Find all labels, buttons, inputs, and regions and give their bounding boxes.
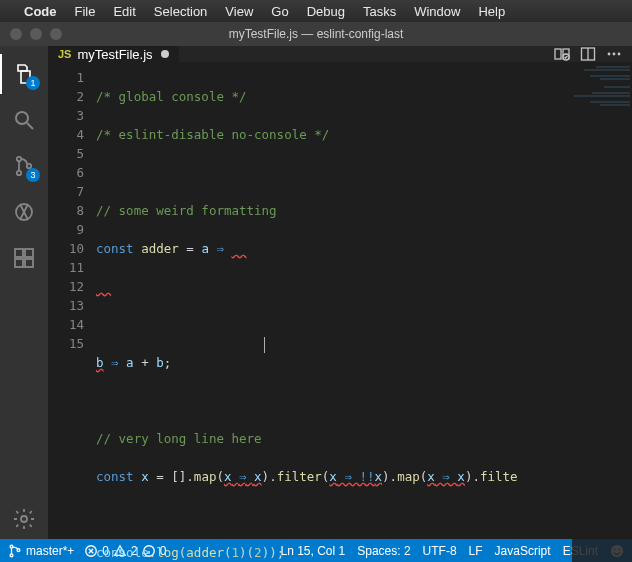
menu-go[interactable]: Go [263, 4, 296, 19]
activity-bar: 1 3 [0, 46, 48, 539]
tab-label: myTestFile.js [77, 47, 152, 62]
source-control-icon[interactable]: 3 [0, 146, 48, 186]
svg-point-16 [618, 53, 621, 56]
compare-changes-icon[interactable] [554, 46, 570, 62]
svg-point-0 [16, 112, 28, 124]
tab-mytestfile[interactable]: JS myTestFile.js [48, 46, 180, 62]
js-file-icon: JS [58, 48, 71, 60]
split-editor-icon[interactable] [580, 46, 596, 62]
explorer-badge: 1 [26, 76, 40, 90]
svg-point-1 [17, 157, 21, 161]
svg-point-9 [21, 516, 27, 522]
editor-actions [554, 46, 632, 62]
svg-point-14 [608, 53, 611, 56]
editor-group: JS myTestFile.js 123 456 789 101112 1314… [48, 46, 632, 539]
menu-selection[interactable]: Selection [146, 4, 215, 19]
minimap[interactable] [572, 62, 632, 562]
menu-window[interactable]: Window [406, 4, 468, 19]
window-titlebar: myTestFile.js — eslint-config-last [0, 22, 632, 46]
svg-point-15 [613, 53, 616, 56]
svg-rect-8 [25, 259, 33, 267]
menu-view[interactable]: View [217, 4, 261, 19]
scm-badge: 3 [26, 168, 40, 182]
more-actions-icon[interactable] [606, 46, 622, 62]
svg-rect-7 [15, 259, 23, 267]
workbench: 1 3 JS myTestFile.js [0, 46, 632, 539]
text-editor[interactable]: 123 456 789 101112 131415 /* global cons… [48, 62, 632, 562]
debug-icon[interactable] [0, 192, 48, 232]
dirty-indicator-icon [161, 50, 169, 58]
minimize-window-button[interactable] [30, 28, 42, 40]
settings-gear-icon[interactable] [0, 499, 48, 539]
menu-help[interactable]: Help [470, 4, 513, 19]
tab-bar: JS myTestFile.js [48, 46, 632, 62]
code-content[interactable]: /* global console */ /* eslint-disable n… [96, 62, 632, 562]
explorer-icon[interactable]: 1 [0, 54, 48, 94]
line-number-gutter: 123 456 789 101112 131415 [48, 62, 96, 562]
svg-rect-10 [555, 49, 561, 59]
menu-debug[interactable]: Debug [299, 4, 353, 19]
svg-point-17 [10, 545, 13, 548]
menu-edit[interactable]: Edit [105, 4, 143, 19]
extensions-icon[interactable] [0, 238, 48, 278]
menu-app[interactable]: Code [16, 4, 65, 19]
menu-tasks[interactable]: Tasks [355, 4, 404, 19]
menu-file[interactable]: File [67, 4, 104, 19]
svg-point-2 [17, 171, 21, 175]
svg-rect-5 [15, 249, 23, 257]
svg-point-18 [10, 553, 13, 556]
window-title: myTestFile.js — eslint-config-last [0, 27, 632, 41]
close-window-button[interactable] [10, 28, 22, 40]
macos-menubar: Code File Edit Selection View Go Debug T… [0, 0, 632, 22]
search-icon[interactable] [0, 100, 48, 140]
mouse-caret [264, 337, 265, 353]
zoom-window-button[interactable] [50, 28, 62, 40]
svg-rect-6 [25, 249, 33, 257]
traffic-lights [0, 28, 62, 40]
